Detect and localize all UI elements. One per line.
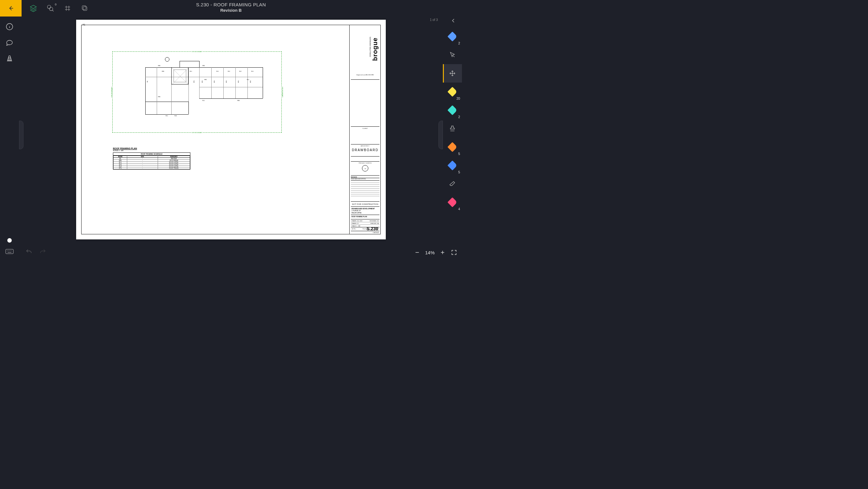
issues-button[interactable] — [5, 54, 14, 63]
svg-point-1 — [50, 7, 53, 11]
svg-rect-5 — [6, 249, 13, 254]
tool-move[interactable] — [443, 64, 462, 83]
tool-highlighter-yellow[interactable]: 20 — [443, 83, 462, 101]
copy-icon — [81, 4, 89, 12]
top-toolbar: 0 — [22, 0, 89, 17]
project-info: DRAWBOARD DEVELOPMENT 1 FUNGE ST MELBOUR… — [351, 208, 375, 214]
redo-icon — [39, 248, 46, 255]
architect-name: DRAWBOARD — [350, 148, 381, 152]
layers-icon — [29, 4, 37, 12]
collapse-right-panel[interactable] — [451, 18, 456, 25]
tool-pen-blue-1[interactable]: 2 — [443, 27, 462, 46]
tool-pen-pink[interactable]: 4 — [443, 193, 462, 211]
north-arrow: → — [350, 165, 381, 171]
titleblock: brogue CONSULTING ENGINEERS brogue.com.a… — [350, 25, 381, 234]
tool-highlighter-cyan[interactable]: 2 — [443, 101, 462, 119]
undo-redo-group — [25, 248, 47, 256]
tool-stamp[interactable] — [443, 119, 462, 138]
grid-button[interactable] — [63, 4, 72, 12]
stamp-icon — [449, 125, 456, 132]
arrow-left-icon — [7, 5, 14, 12]
cursor-icon — [449, 52, 456, 58]
table-row: RT1-ROOF TRUSS — [114, 167, 190, 169]
chevron-left-icon — [451, 18, 456, 24]
search-icon — [46, 4, 55, 12]
svg-point-0 — [47, 5, 51, 8]
left-sidebar — [0, 17, 19, 260]
info-icon — [6, 23, 13, 30]
fit-screen-button[interactable] — [451, 249, 458, 256]
layers-button[interactable] — [29, 4, 37, 12]
speech-icon — [6, 39, 13, 46]
undo-icon — [25, 248, 32, 255]
canvas[interactable]: A1 SITE BOUNDARY SITE BOUNDARY SITE BOUN… — [19, 17, 443, 244]
zoom-in-button[interactable] — [439, 249, 446, 256]
tool-eraser[interactable] — [443, 175, 462, 193]
svg-line-6 — [172, 68, 188, 84]
record-indicator[interactable] — [7, 238, 12, 242]
back-button[interactable] — [0, 0, 22, 17]
pen-icon — [447, 142, 457, 152]
not-for-construction: NOT FOR CONSTRUCTION — [350, 203, 381, 205]
firm-subtitle: CONSULTING ENGINEERS — [370, 37, 372, 57]
keyboard-icon — [5, 248, 13, 255]
firm-logo: brogue — [372, 37, 379, 61]
zoom-out-button[interactable] — [414, 249, 421, 256]
pen-icon — [447, 197, 457, 207]
svg-rect-3 — [82, 6, 86, 9]
cone-icon — [6, 55, 13, 62]
left-bottom — [0, 238, 19, 256]
search-badge: 0 — [55, 3, 57, 6]
zoom-level: 14% — [425, 250, 435, 255]
undo-button[interactable] — [25, 248, 33, 256]
info-button[interactable] — [5, 22, 14, 31]
sheet-number: S.230 — [366, 226, 378, 231]
pen-icon — [447, 160, 457, 170]
schedule-table: MARK SIZE REMARKS R1-RAFTERRB1-ROOF BEAM… — [113, 155, 190, 169]
drawing-page[interactable]: A1 SITE BOUNDARY SITE BOUNDARY SITE BOUN… — [76, 20, 386, 239]
highlighter-icon — [447, 87, 457, 96]
plus-icon — [440, 250, 445, 255]
tool-pen-orange[interactable]: 5 — [443, 138, 462, 156]
roof-plan-outline: RB1 RB1 RB1 RB1 RL1 RL1 RL2 RL2 RL1 RB1 … — [145, 58, 272, 114]
plan-title: ROOF FRAMING PLAN SCALE 1 : 100 — [113, 147, 137, 151]
grid-icon — [64, 4, 71, 12]
tool-select[interactable] — [443, 46, 462, 64]
search-button[interactable]: 0 — [46, 4, 55, 12]
right-tool-palette: 2 20 2 5 5 4 — [443, 27, 462, 211]
roof-framing-schedule: ROOF FRAMING SCHEDULE MARK SIZE REMARKS … — [113, 152, 190, 170]
redo-button[interactable] — [39, 248, 47, 256]
comments-button[interactable] — [5, 38, 14, 47]
firm-contact: brogue.com.au (03) 1416 2892 — [350, 74, 381, 76]
keyboard-button[interactable] — [5, 248, 13, 256]
expand-icon — [451, 249, 457, 256]
zoom-controls: 14% — [414, 249, 458, 256]
move-icon — [449, 70, 456, 77]
pen-icon — [447, 31, 457, 41]
highlighter-icon — [447, 105, 457, 115]
copy-button[interactable] — [81, 4, 89, 12]
eraser-icon — [449, 180, 456, 188]
svg-rect-2 — [83, 7, 87, 10]
minus-icon — [414, 250, 420, 255]
tool-pen-blue-2[interactable]: 5 — [443, 156, 462, 175]
